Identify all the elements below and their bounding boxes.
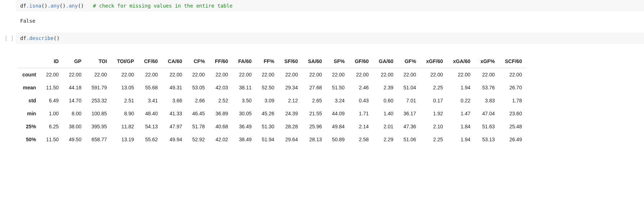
column-header: CF% xyxy=(187,55,210,68)
table-cell: 1.40 xyxy=(374,107,398,120)
column-header: SCF/60 xyxy=(500,55,527,68)
table-cell: 3.83 xyxy=(476,94,500,107)
table-row: 25%6.2538.00395.9511.8254.1347.9751.7840… xyxy=(17,120,527,133)
table-cell: 36.89 xyxy=(210,107,233,120)
table-cell: 2.46 xyxy=(350,81,374,94)
row-index: 25% xyxy=(17,120,41,133)
table-cell: 51.63 xyxy=(476,120,500,133)
column-header: FA/60 xyxy=(233,55,257,68)
table-cell: 22.00 xyxy=(86,68,112,81)
table-cell: 2.29 xyxy=(374,133,398,146)
column-header: FF/60 xyxy=(210,55,233,68)
table-cell: 253.32 xyxy=(86,94,112,107)
table-cell: 2.52 xyxy=(210,94,233,107)
table-cell: 100.85 xyxy=(86,107,112,120)
table-cell: 658.77 xyxy=(86,133,112,146)
table-cell: 51.50 xyxy=(327,81,350,94)
table-cell: 49.31 xyxy=(163,81,187,94)
table-cell: 47.04 xyxy=(476,107,500,120)
table-cell: 38.49 xyxy=(233,133,257,146)
table-cell: 23.60 xyxy=(500,107,527,120)
table-cell: 22.00 xyxy=(421,68,448,81)
table-cell: 36.17 xyxy=(398,107,421,120)
table-cell: 22.00 xyxy=(398,68,421,81)
table-cell: 25.48 xyxy=(500,120,527,133)
table-cell: 22.00 xyxy=(327,68,350,81)
table-cell: 11.50 xyxy=(41,81,64,94)
table-cell: 21.55 xyxy=(303,107,327,120)
text-output: False xyxy=(16,12,644,32)
code-comment: # check for missing values in the entire… xyxy=(93,3,233,9)
column-header: xGF/60 xyxy=(421,55,448,68)
table-cell: 22.00 xyxy=(41,68,64,81)
table-cell: 53.13 xyxy=(476,133,500,146)
code-input[interactable]: df.isna().any().any() # check for missin… xyxy=(16,0,644,12)
column-header: CA/60 xyxy=(163,55,187,68)
table-cell: 2.66 xyxy=(187,94,210,107)
table-cell: 6.49 xyxy=(41,94,64,107)
table-cell: 1.94 xyxy=(448,81,476,94)
code-token: .any xyxy=(48,3,60,9)
row-index: std xyxy=(17,94,41,107)
table-cell: 2.51 xyxy=(112,94,139,107)
column-header: FF% xyxy=(257,55,279,68)
cell-gutter: [ ] xyxy=(0,32,16,41)
table-row: 50%11.5049.50658.7713.1955.6249.9452.924… xyxy=(17,133,527,146)
column-header: SF/60 xyxy=(279,55,303,68)
table-cell: 55.62 xyxy=(139,133,163,146)
table-cell: 22.00 xyxy=(374,68,398,81)
table-cell: 51.06 xyxy=(398,133,421,146)
column-header: GP xyxy=(64,55,86,68)
table-cell: 30.05 xyxy=(233,107,257,120)
table-cell: 51.30 xyxy=(257,120,279,133)
table-cell: 1.00 xyxy=(41,107,64,120)
table-cell: 53.76 xyxy=(476,81,500,94)
column-header: SF% xyxy=(327,55,350,68)
table-cell: 2.25 xyxy=(421,133,448,146)
row-index: mean xyxy=(17,81,41,94)
code-token: .describe xyxy=(26,35,54,41)
table-cell: 25.96 xyxy=(303,120,327,133)
code-token: df xyxy=(20,35,26,41)
code-token: df xyxy=(20,3,26,9)
table-cell: 42.02 xyxy=(210,133,233,146)
code-token: .isna xyxy=(26,3,41,9)
table-cell: 22.00 xyxy=(233,68,257,81)
table-cell: 2.39 xyxy=(374,81,398,94)
table-cell: 44.09 xyxy=(327,107,350,120)
table-cell: 7.01 xyxy=(398,94,421,107)
table-cell: 2.12 xyxy=(279,94,303,107)
table-cell: 48.40 xyxy=(139,107,163,120)
table-cell: 0.22 xyxy=(448,94,476,107)
table-cell: 51.04 xyxy=(398,81,421,94)
table-cell: 3.24 xyxy=(327,94,350,107)
table-cell: 22.00 xyxy=(303,68,327,81)
table-cell: 29.34 xyxy=(279,81,303,94)
table-cell: 42.03 xyxy=(210,81,233,94)
column-header: GF/60 xyxy=(350,55,374,68)
table-row: min1.008.00100.858.9048.4041.3346.4536.8… xyxy=(17,107,527,120)
column-header: TOI/GP xyxy=(112,55,139,68)
table-cell: 2.10 xyxy=(421,120,448,133)
table-row: count22.0022.0022.0022.0022.0022.0022.00… xyxy=(17,68,527,81)
table-cell: 22.00 xyxy=(163,68,187,81)
table-cell: 36.49 xyxy=(233,120,257,133)
table-cell: 591.79 xyxy=(86,81,112,94)
column-header: GA/60 xyxy=(374,55,398,68)
table-cell: 1.84 xyxy=(448,120,476,133)
table-cell: 49.84 xyxy=(327,120,350,133)
table-cell: 3.41 xyxy=(139,94,163,107)
table-cell: 22.00 xyxy=(476,68,500,81)
table-cell: 40.68 xyxy=(210,120,233,133)
table-cell: 52.92 xyxy=(187,133,210,146)
table-cell: 52.50 xyxy=(257,81,279,94)
table-cell: 11.50 xyxy=(41,133,64,146)
table-cell: 3.09 xyxy=(257,94,279,107)
table-cell: 2.58 xyxy=(350,133,374,146)
table-cell: 0.17 xyxy=(421,94,448,107)
table-cell: 2.65 xyxy=(303,94,327,107)
table-cell: 13.05 xyxy=(112,81,139,94)
code-input[interactable]: df.describe() xyxy=(16,32,644,44)
table-cell: 0.43 xyxy=(350,94,374,107)
dataframe-table: IDGPTOITOI/GPCF/60CA/60CF%FF/60FA/60FF%S… xyxy=(17,55,527,146)
